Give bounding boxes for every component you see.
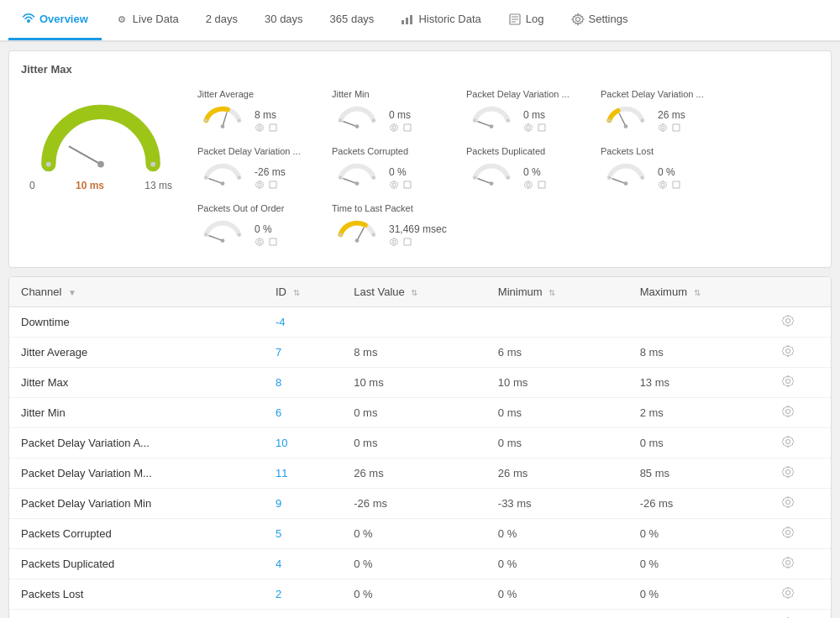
svg-point-70 (786, 470, 790, 474)
resize-small-icon[interactable] (537, 180, 547, 190)
svg-point-63 (372, 233, 375, 237)
nav-historic[interactable]: Historic Data (387, 0, 494, 40)
chart-icon (401, 13, 414, 26)
settings-small-icon[interactable] (389, 180, 399, 190)
nav-live-data[interactable]: Live Data (102, 0, 192, 40)
svg-point-2 (121, 18, 123, 20)
small-gauge-label: Packet Delay Variation ... (197, 146, 315, 156)
svg-line-20 (344, 122, 357, 127)
table-row: Jitter Average 7 8 ms 6 ms 8 ms (9, 338, 831, 368)
row-settings-icon[interactable] (781, 374, 795, 388)
row-settings-icon[interactable] (781, 556, 795, 569)
nav-settings[interactable]: Settings (558, 0, 642, 40)
small-gauge-row: -26 ms (197, 160, 315, 193)
col-id[interactable]: ID ⇅ (264, 277, 342, 307)
small-gauge-svg (197, 160, 248, 193)
small-gauge-label: Packets Out of Order (197, 203, 315, 213)
svg-point-23 (372, 119, 375, 123)
row-settings-icon[interactable] (781, 586, 795, 600)
cell-id: 6 (264, 398, 342, 428)
nav-30days[interactable]: 30 days (251, 0, 317, 40)
svg-point-17 (204, 119, 207, 123)
nav-30days-label: 30 days (265, 13, 303, 25)
svg-point-27 (473, 119, 476, 123)
cell-channel: Packet Delay Variation Min (9, 489, 264, 519)
small-gauge-cell: Packets Out of Order 0 % (189, 198, 323, 255)
row-settings-icon[interactable] (781, 405, 795, 418)
cell-maximum: 85 ms (628, 458, 770, 489)
settings-small-icon[interactable] (255, 123, 265, 133)
resize-small-icon[interactable] (402, 237, 412, 247)
small-gauge-value: 0 % (255, 223, 278, 235)
cell-channel: Jitter Average (9, 338, 264, 368)
svg-point-53 (641, 176, 644, 180)
col-channel[interactable]: Channel ▼ (9, 277, 264, 307)
settings-small-icon[interactable] (255, 180, 265, 190)
gauge-panel: Jitter Max 0 10 ms (8, 50, 832, 268)
cell-id: 9 (264, 489, 342, 519)
svg-point-68 (786, 410, 790, 414)
svg-point-74 (786, 591, 790, 595)
live-icon (115, 13, 129, 26)
cell-minimum: -33 ms (486, 489, 628, 519)
row-settings-icon[interactable] (781, 526, 795, 539)
cell-actions (769, 610, 831, 619)
cell-actions (769, 368, 831, 398)
small-gauge-label: Jitter Average (197, 89, 315, 99)
cell-minimum: 0 % (486, 579, 628, 610)
settings-small-icon[interactable] (658, 180, 668, 190)
cell-id: -4 (264, 307, 342, 338)
cell-minimum: 0 % (486, 549, 628, 579)
cell-id: 11 (264, 458, 342, 489)
settings-small-icon[interactable] (389, 237, 399, 247)
nav-2days[interactable]: 2 days (192, 0, 251, 40)
cell-channel: Packets Corrupted (9, 519, 264, 549)
row-settings-icon[interactable] (781, 495, 795, 509)
big-gauge-container: 0 10 ms 13 ms (21, 84, 181, 191)
svg-point-57 (204, 233, 207, 237)
resize-small-icon[interactable] (402, 180, 412, 190)
resize-small-icon[interactable] (402, 123, 412, 133)
resize-small-icon[interactable] (671, 180, 681, 190)
row-settings-icon[interactable] (781, 344, 795, 358)
cell-maximum: 0 % (628, 519, 770, 549)
nav-365days[interactable]: 365 days (317, 0, 388, 40)
svg-line-45 (478, 179, 491, 184)
svg-point-47 (473, 176, 476, 180)
resize-small-icon[interactable] (268, 123, 278, 133)
small-gauge-cell: Time to Last Packet 31,469 msec (323, 198, 458, 255)
settings-small-icon[interactable] (255, 237, 265, 247)
svg-line-35 (209, 179, 223, 184)
big-gauge-min: 0 (29, 180, 35, 191)
row-settings-icon[interactable] (781, 465, 795, 479)
svg-point-72 (786, 531, 790, 535)
settings-small-icon[interactable] (389, 123, 399, 133)
sort-channel-icon: ▼ (68, 288, 76, 297)
col-lastvalue[interactable]: Last Value ⇅ (342, 277, 486, 307)
resize-small-icon[interactable] (268, 180, 278, 190)
settings-small-icon[interactable] (523, 180, 533, 190)
svg-point-16 (221, 124, 225, 128)
col-minimum[interactable]: Minimum ⇅ (486, 277, 628, 307)
small-gauge-value: 0 % (658, 166, 681, 178)
cell-actions (769, 428, 831, 458)
settings-small-icon[interactable] (658, 123, 668, 133)
svg-point-65 (786, 319, 790, 323)
small-gauge-value: 0 % (389, 166, 412, 178)
nav-log[interactable]: Log (495, 0, 558, 40)
col-maximum[interactable]: Maximum ⇅ (628, 277, 770, 307)
row-settings-icon[interactable] (781, 435, 795, 448)
resize-small-icon[interactable] (268, 237, 278, 247)
cell-lastvalue: 0 % (342, 519, 486, 549)
svg-point-52 (607, 176, 611, 180)
resize-small-icon[interactable] (671, 123, 681, 133)
small-gauge-row: 0 % (601, 160, 718, 193)
cell-minimum: 0 % (486, 610, 628, 619)
settings-small-icon[interactable] (523, 123, 533, 133)
nav-overview[interactable]: Overview (8, 0, 102, 40)
row-settings-icon[interactable] (781, 314, 795, 327)
small-gauge-row: 31,469 msec (332, 217, 449, 250)
svg-line-60 (357, 228, 364, 240)
sort-maximum-icon: ⇅ (694, 288, 701, 297)
resize-small-icon[interactable] (537, 123, 547, 133)
